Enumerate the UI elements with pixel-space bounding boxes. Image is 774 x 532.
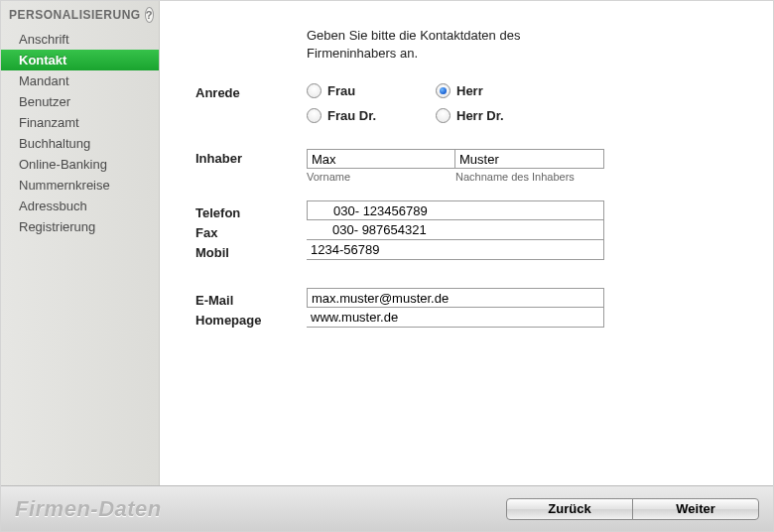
hint-nachname: Nachname des Inhabers [455,171,575,183]
row-inhaber: Inhaber Vorname Nachname des Inhabers [195,149,737,183]
label-anrede: Anrede [195,83,307,100]
footer-bar: Firmen-Daten Zurück Weiter [1,485,773,531]
homepage-input[interactable] [307,308,604,328]
email-input[interactable] [307,288,604,308]
main-area: PERSONALISIERUNG ? Anschrift Kontakt Man… [1,1,773,485]
row-web: E-Mail Homepage [195,288,737,330]
sidebar-header: PERSONALISIERUNG ? [1,3,159,29]
intro-text: Geben Sie bitte die Kontaktdaten des Fir… [307,27,604,62]
mobil-input[interactable] [307,240,604,260]
help-icon[interactable]: ? [145,7,154,23]
sidebar-item-mandant[interactable]: Mandant [1,70,159,91]
hint-vorname: Vorname [307,171,455,183]
radio-herr[interactable]: Herr [436,83,565,98]
radio-icon [436,83,451,98]
sidebar-item-registrierung[interactable]: Registrierung [1,216,159,237]
anrede-options: Frau Herr Frau Dr. Herr Dr. [307,83,737,123]
footer-title: Firmen-Daten [15,496,162,522]
radio-label: Herr [456,83,483,98]
fax-input[interactable] [307,220,604,240]
radio-icon [436,108,451,123]
sidebar-item-buchhaltung[interactable]: Buchhaltung [1,133,159,154]
content-pane: Geben Sie bitte die Kontaktdaten des Fir… [160,1,773,485]
name-sublabels: Vorname Nachname des Inhabers [307,171,604,183]
radio-frau-dr[interactable]: Frau Dr. [307,108,436,123]
sidebar: PERSONALISIERUNG ? Anschrift Kontakt Man… [1,1,160,485]
label-fax: Fax [195,222,307,242]
vorname-input[interactable] [307,149,455,169]
radio-frau[interactable]: Frau [307,83,436,98]
label-telefon: Telefon [195,202,307,222]
next-button[interactable]: Weiter [632,498,759,520]
row-phones: Telefon Fax Mobil [195,200,737,262]
label-inhaber: Inhaber [195,149,307,166]
radio-icon [307,83,322,98]
sidebar-item-adressbuch[interactable]: Adressbuch [1,196,159,216]
radio-herr-dr[interactable]: Herr Dr. [436,108,565,123]
app-window: PERSONALISIERUNG ? Anschrift Kontakt Man… [0,0,774,532]
back-button[interactable]: Zurück [506,498,633,520]
sidebar-item-online-banking[interactable]: Online-Banking [1,154,159,175]
sidebar-item-nummernkreise[interactable]: Nummernkreise [1,175,159,196]
label-email: E-Mail [195,290,307,310]
row-anrede: Anrede Frau Herr Frau Dr. [195,83,737,123]
sidebar-item-finanzamt[interactable]: Finanzamt [1,112,159,133]
label-homepage: Homepage [195,310,307,330]
label-mobil: Mobil [195,242,307,262]
radio-icon [307,108,322,123]
sidebar-item-benutzer[interactable]: Benutzer [1,91,159,112]
telefon-input[interactable] [307,200,604,220]
sidebar-item-kontakt[interactable]: Kontakt [1,50,159,70]
sidebar-item-anschrift[interactable]: Anschrift [1,29,159,50]
sidebar-title: PERSONALISIERUNG [9,8,141,22]
radio-label: Herr Dr. [456,108,504,123]
radio-label: Frau [327,83,355,98]
nachname-input[interactable] [455,149,604,169]
radio-label: Frau Dr. [327,108,376,123]
